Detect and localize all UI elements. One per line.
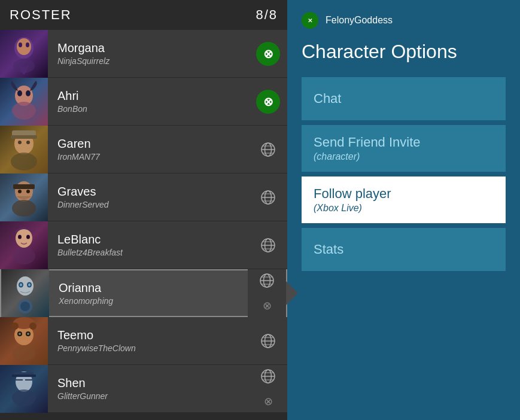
svg-text:✕: ✕ (308, 17, 312, 24)
globe-icon (255, 269, 279, 292)
avatar (0, 221, 48, 269)
platform-icon-area (249, 126, 287, 174)
svg-point-53 (11, 322, 19, 330)
svg-point-22 (18, 190, 22, 193)
follow-player-label: Follow player (314, 186, 391, 202)
player-row[interactable]: LeBlanc Bulletz4Breakfast (0, 221, 287, 269)
player-info: Orianna Xenomorphing (49, 281, 248, 306)
player-info: Garen IronMAN77 (48, 137, 249, 162)
xbox-icon-green: ⊗ (256, 42, 280, 66)
platform-icon-area: ⊗ (249, 78, 287, 126)
player-row[interactable]: Garen IronMAN77 (0, 126, 287, 174)
platform-icon-area (249, 174, 287, 221)
player-gamertag: NinjaSquirrelz (57, 56, 239, 66)
player-info: Morgana NinjaSquirrelz (48, 41, 249, 66)
avatar-face (1, 269, 49, 317)
platform-icon-area (249, 317, 287, 365)
send-friend-invite-sub: (character) (314, 151, 360, 162)
player-info: Shen GlitterGunner (48, 376, 249, 401)
player-row[interactable]: Teemo PennywiseTheClown (0, 317, 287, 365)
svg-point-2 (19, 42, 22, 47)
svg-point-54 (29, 322, 37, 330)
options-list: Chat Send Friend Invite (character) Foll… (302, 77, 506, 408)
svg-point-14 (11, 153, 37, 171)
svg-point-57 (19, 333, 21, 335)
avatar (0, 126, 48, 174)
xbox-symbol: ⊗ (263, 47, 273, 61)
svg-point-3 (26, 42, 29, 47)
avatar (0, 174, 48, 221)
xbox-circle-profile: ✕ (302, 12, 318, 29)
svg-point-30 (16, 229, 32, 248)
avatar (0, 365, 48, 413)
xbox-icon-gray: ⊗ (256, 390, 280, 413)
send-friend-invite-button[interactable]: Send Friend Invite (character) (302, 125, 506, 172)
platform-icon-area: ⊗ (249, 30, 287, 78)
svg-rect-21 (13, 184, 35, 189)
avatar (0, 317, 48, 365)
svg-point-23 (26, 190, 30, 193)
player-list: Morgana NinjaSquirrelz ⊗ (0, 30, 287, 420)
player-name: Orianna (59, 281, 238, 295)
avatar-face (0, 30, 48, 78)
globe-icon (256, 233, 280, 257)
chat-button[interactable]: Chat (302, 77, 506, 120)
svg-point-7 (26, 90, 31, 96)
stats-label: Stats (314, 242, 343, 257)
avatar-face (0, 221, 48, 269)
platform-icon-area: ⊗ (249, 365, 287, 413)
main-container: ROSTER 8/8 (0, 0, 520, 420)
svg-rect-67 (12, 375, 36, 377)
player-name: Shen (57, 376, 239, 390)
player-name: LeBlanc (57, 233, 239, 246)
avatar (0, 78, 48, 126)
svg-point-33 (13, 248, 35, 264)
player-gamertag: Xenomorphing (59, 296, 238, 306)
globe-icon (256, 138, 280, 162)
globe-icon (256, 329, 280, 353)
follow-player-sub: (Xbox Live) (314, 203, 362, 214)
player-row-selected[interactable]: Orianna Xenomorphing ⊗ (0, 269, 287, 317)
follow-player-button[interactable]: Follow player (Xbox Live) (302, 176, 506, 223)
svg-point-58 (27, 333, 29, 335)
player-info: Teemo PennywiseTheClown (48, 328, 249, 353)
xbox-icon-green: ⊗ (256, 90, 280, 114)
svg-point-8 (12, 102, 36, 120)
globe-icon (256, 185, 280, 209)
svg-point-1 (17, 38, 31, 55)
svg-rect-11 (11, 135, 37, 139)
profile-header: ✕ FelonyGoddess (302, 12, 506, 29)
avatar-face (0, 78, 48, 126)
player-gamertag: Bulletz4Breakfast (57, 248, 239, 257)
avatar (0, 30, 48, 78)
player-name: Morgana (57, 41, 239, 55)
roster-header: ROSTER 8/8 (0, 0, 287, 30)
svg-point-12 (18, 141, 22, 144)
avatar-face (0, 174, 48, 221)
player-gamertag: GlitterGunner (57, 391, 239, 401)
player-row[interactable]: Morgana NinjaSquirrelz ⊗ (0, 30, 287, 78)
svg-point-43 (28, 284, 31, 287)
svg-point-6 (17, 90, 22, 96)
stats-button[interactable]: Stats (302, 228, 506, 271)
svg-point-4 (13, 59, 35, 73)
player-name: Graves (57, 185, 239, 199)
xbox-symbol-gray: ⊗ (263, 299, 272, 312)
player-row[interactable]: Shen GlitterGunner ⊗ (0, 365, 287, 413)
globe-icon (256, 365, 280, 388)
xbox-symbol-gray: ⊗ (264, 395, 273, 408)
player-gamertag: PennywiseTheClown (57, 343, 239, 353)
roster-count: 8/8 (256, 7, 278, 23)
player-row[interactable]: Graves DinnerServed (0, 174, 287, 221)
player-name: Teemo (57, 328, 239, 342)
player-name: Garen (57, 137, 239, 151)
player-info: Graves DinnerServed (48, 185, 249, 209)
player-gamertag: DinnerServed (57, 200, 239, 209)
svg-point-13 (26, 141, 30, 144)
svg-point-24 (12, 200, 36, 217)
player-info: Ahri BonBon (48, 89, 249, 114)
profile-gamertag: FelonyGoddess (326, 15, 393, 26)
svg-point-32 (26, 235, 30, 239)
xbox-icon-gray: ⊗ (255, 294, 279, 317)
player-row[interactable]: Ahri BonBon ⊗ (0, 78, 287, 126)
